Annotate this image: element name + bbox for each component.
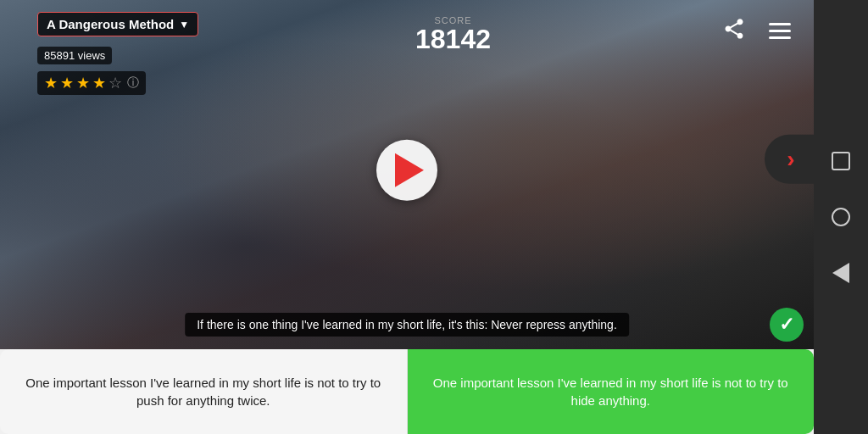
app-container: A Dangerous Method ▼ 85891 views ★ ★ ★ ★… [0,0,814,434]
menu-line-2 [769,30,791,32]
recent-apps-icon [832,152,850,170]
title-dropdown[interactable]: A Dangerous Method ▼ [37,12,198,36]
subtitle-bar: If there is one thing I've learned in my… [185,313,629,337]
play-button[interactable] [376,139,437,200]
home-icon [832,208,850,226]
star-3: ★ [76,74,90,92]
answer-b[interactable]: One important lesson I've learned in my … [408,349,815,434]
star-4: ★ [92,74,106,92]
answer-a[interactable]: One important lesson I've learned in my … [0,349,408,434]
next-button[interactable]: › [765,134,814,183]
back-icon [832,263,849,283]
views-badge: 85891 views [37,47,112,64]
nav-recent-apps-button[interactable] [825,145,857,177]
share-button[interactable] [722,17,746,46]
menu-button[interactable] [766,17,793,44]
answers-area: One important lesson I've learned in my … [0,349,814,434]
star-2: ★ [60,74,74,92]
chevron-down-icon: ▼ [179,19,189,31]
movie-title: A Dangerous Method [47,17,174,31]
score-value: 18142 [415,25,491,53]
nav-home-button[interactable] [825,201,857,233]
check-icon: ✓ [779,314,794,336]
menu-line-3 [769,36,791,39]
score-area: SCORE 18142 [415,15,491,53]
star-1: ★ [44,74,58,92]
share-icon [722,17,746,41]
next-icon: › [787,145,794,172]
nav-back-button[interactable] [825,257,857,289]
rating-area: ★ ★ ★ ★ ☆ ⓘ [37,71,146,95]
video-area: A Dangerous Method ▼ 85891 views ★ ★ ★ ★… [0,0,814,352]
menu-line-1 [769,23,791,25]
info-icon[interactable]: ⓘ [127,75,139,91]
star-5: ☆ [108,74,122,92]
play-icon [395,153,424,186]
checkmark-button[interactable]: ✓ [770,308,804,342]
phone-nav [814,0,868,434]
